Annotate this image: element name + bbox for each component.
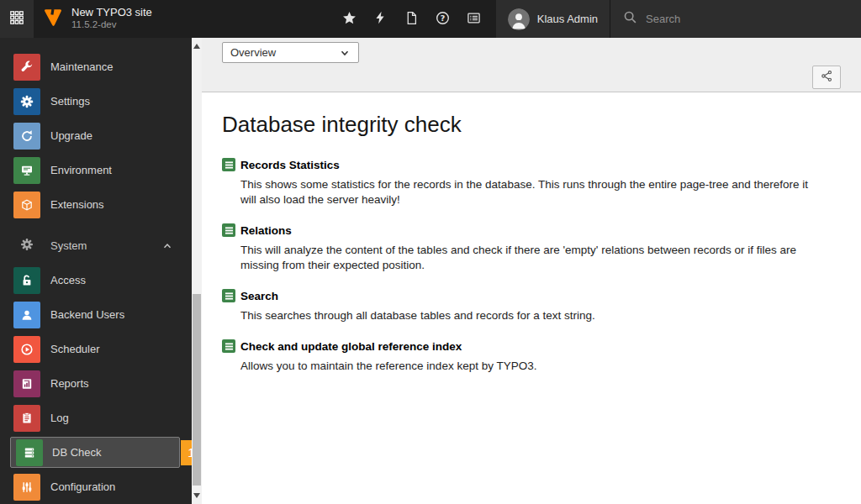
chevron-down-icon [339,47,351,59]
sidebar-item-db-check[interactable]: DB Check1 [10,437,180,468]
sidebar-item-label: DB Check [52,446,102,459]
sidebar-item-label: Backend Users [50,308,124,321]
search-icon [623,10,637,28]
gear-icon [13,88,40,115]
check-item-title: Relations [240,224,292,237]
table-icon [222,339,235,353]
sidebar-item-label: Upgrade [50,129,92,142]
bolt-button[interactable] [365,0,396,38]
check-item-header: Relations [222,223,841,237]
document-icon [404,11,419,28]
main-content: Overview Database integrity check Record… [202,38,861,504]
sidebar-section-label: System [50,239,87,252]
star-button[interactable] [334,0,365,38]
content-area: Database integrity check Records Statist… [202,92,861,374]
sliders-icon [13,474,40,501]
sidebar-item-environment[interactable]: Environment [0,153,192,187]
list-icon [467,11,481,28]
check-item-description: This searches through all database table… [240,308,822,323]
search-input[interactable] [646,13,814,25]
monitor-icon [13,157,40,184]
sidebar-item-backend-users[interactable]: Backend Users [0,297,192,332]
sidebar-item-log[interactable]: Log [0,401,192,435]
sidebar-item-label: Configuration [50,480,115,493]
scroll-up-arrow-icon[interactable] [193,44,200,49]
star-icon [342,11,357,28]
sidebar-item-reports[interactable]: Reports [0,366,192,401]
gear-outline-icon [20,238,34,254]
site-version: 11.5.2-dev [71,19,152,30]
share-icon [821,70,833,85]
check-item-records-statistics: Records StatisticsThis shows some statis… [222,158,841,207]
lock-open-icon [13,267,40,294]
sidebar-item-label: Maintenance [50,60,113,73]
table-icon [222,158,235,171]
cube-icon [13,192,40,218]
check-item-description: Allows you to maintain the reference ind… [240,359,822,374]
help-icon: ? [436,11,450,28]
check-item-check-and-update-global-reference-index: Check and update global reference indexA… [222,339,841,374]
typo3-logo-icon [42,7,64,32]
sidebar-item-extensions[interactable]: Extensions [0,187,192,222]
check-item-header: Search [222,289,841,302]
sidebar-item-label: Reports [50,377,89,390]
sidebar-item-label: Settings [50,95,90,108]
sidebar-item-upgrade[interactable]: Upgrade [0,118,192,153]
toolbar-icons: ? [334,0,489,38]
docheader: Overview [202,38,861,92]
bar-chart-icon [13,370,40,397]
server-icon [16,439,43,466]
avatar [508,8,530,30]
sidebar-item-label: Scheduler [50,343,100,355]
sidebar-item-configuration[interactable]: Configuration [0,470,192,504]
check-item-description: This shows some statistics for the recor… [240,177,822,207]
sidebar-item-scheduler[interactable]: Scheduler [0,332,192,366]
topbar-spacer [161,0,334,38]
sidebar-item-label: Access [50,274,86,286]
sidebar-item-label: Log [50,412,69,424]
check-item-title: Search [240,290,278,302]
play-circle-icon [13,336,40,363]
sidebar-item-label: Extensions [50,198,104,211]
check-list: Records StatisticsThis shows some statis… [222,158,841,374]
module-menu-toggle-button[interactable] [0,0,34,38]
sidebar-item-maintenance[interactable]: Maintenance [0,50,192,84]
db-check-badge: 1 [181,440,192,465]
sidebar-item-label: Environment [50,164,112,176]
sidebar-section-system[interactable]: System [0,228,192,263]
function-select-value: Overview [230,46,276,59]
help-button[interactable]: ? [427,0,458,38]
username: Klaus Admin [537,13,598,25]
check-item-header: Records Statistics [222,158,841,171]
brand[interactable]: New TYPO3 site 11.5.2-dev [34,0,161,38]
chevron-up-icon [161,240,173,252]
check-item-header: Check and update global reference index [222,339,841,353]
site-title: New TYPO3 site [71,7,152,19]
module-menu: MaintenanceSettingsUpgradeEnvironmentExt… [0,38,192,504]
check-item-title: Records Statistics [240,159,340,171]
document-button[interactable] [396,0,427,38]
page-title: Database integrity check [222,112,841,138]
wrench-icon [13,54,40,81]
search-area [610,0,861,38]
clipboard-icon [13,405,40,432]
table-icon [222,289,235,302]
scrollbar-thumb[interactable] [193,294,201,486]
function-select[interactable]: Overview [222,42,359,63]
sidebar-item-access[interactable]: Access [0,263,192,297]
sidebar-scrollbar[interactable] [192,38,202,504]
bolt-icon [373,11,387,27]
grid-icon [9,10,24,28]
check-item-search: SearchThis searches through all database… [222,289,841,323]
scroll-down-arrow-icon[interactable] [193,493,200,498]
user-icon [13,302,40,328]
share-button[interactable] [812,66,841,89]
user-menu[interactable]: Klaus Admin [496,0,610,38]
svg-text:?: ? [440,13,445,22]
topbar: New TYPO3 site 11.5.2-dev ? Klaus Admin [0,0,861,38]
list-button[interactable] [458,0,489,38]
check-item-description: This will analyze the content of the tab… [240,243,822,273]
sidebar: MaintenanceSettingsUpgradeEnvironmentExt… [0,38,202,504]
check-item-title: Check and update global reference index [240,340,462,353]
sidebar-item-settings[interactable]: Settings [0,84,192,118]
